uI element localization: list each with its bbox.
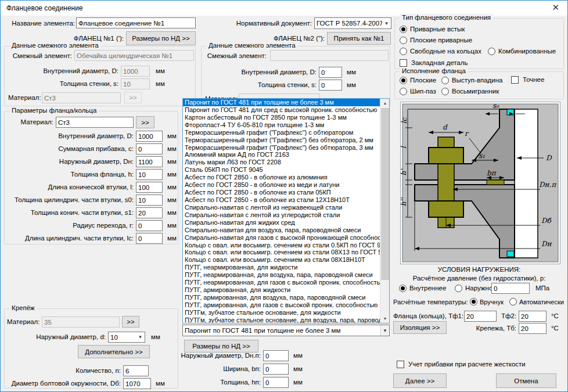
radio-temp-auto[interactable] xyxy=(509,298,517,305)
embedded-part-checkbox-label[interactable]: Закладная деталь xyxy=(411,59,468,66)
gasket-list-item[interactable]: Спирально-навитая с лентой из углеродист… xyxy=(183,211,380,219)
fp-row-input[interactable] xyxy=(136,169,163,180)
gasket-list-item[interactable]: Кольцо с овал. или восьмигр. сечением из… xyxy=(183,249,380,256)
embedded-part-checkbox[interactable] xyxy=(400,59,407,67)
radio-octagonal-label[interactable]: Восьмигранник xyxy=(452,88,499,95)
gasket-list-item[interactable]: ПУТГ, неармированная, для газов с высоко… xyxy=(183,279,380,286)
fastener-material-input[interactable] xyxy=(42,317,120,328)
precise-checkbox[interactable] xyxy=(511,76,519,84)
gasket-list-item[interactable]: Картон асбестовый по ГОСТ 2850 при толщи… xyxy=(183,114,380,121)
radio-combined-label[interactable]: Комбинированные xyxy=(498,48,556,55)
radio-octagonal[interactable] xyxy=(441,88,449,95)
gasket-list-item[interactable]: Асбест по ГОСТ 2850 - в оболочке из меди… xyxy=(183,181,380,189)
gasket-bp-input[interactable] xyxy=(263,364,289,375)
chevron-down-icon[interactable]: ▼ xyxy=(382,18,391,28)
gasket-hp-input[interactable] xyxy=(263,377,289,388)
fastener-count-input[interactable] xyxy=(123,365,149,376)
fp-row-input[interactable] xyxy=(136,182,163,193)
scroll-up-icon[interactable]: ▲ xyxy=(380,99,390,107)
radio-loose-on-rings-label[interactable]: Свободные на кольцах xyxy=(410,48,481,55)
gasket-list-item[interactable]: Спирально-навитая для воздуха, пара, пар… xyxy=(183,226,380,234)
gasket-list-item[interactable]: Паронит по ГОСТ 481 при толщине не более… xyxy=(183,99,380,106)
fastener-more-button[interactable]: Дополнительно >> xyxy=(78,345,150,358)
gasket-list-item[interactable]: Сталь 05КП по ГОСТ 9045 xyxy=(183,166,380,174)
cancel-button[interactable]: Отмена xyxy=(496,373,556,388)
radio-butt-welded[interactable] xyxy=(400,26,407,33)
gasket-dnp-input[interactable] xyxy=(263,350,289,361)
stiffness-checkbox-label[interactable]: Учет прибавки при расчете жесткости xyxy=(408,361,526,368)
gasket-list-item[interactable]: Латунь марки Л63 по ГОСТ 2208 xyxy=(183,159,380,166)
radio-flat-welded[interactable] xyxy=(400,37,407,44)
radio-pressure-external[interactable] xyxy=(455,285,462,292)
gasket-list-item[interactable]: Асбест по ГОСТ 2850 - в оболочке из алюм… xyxy=(183,174,380,181)
adjacent2-s-input[interactable] xyxy=(319,80,342,91)
pressure-input[interactable] xyxy=(491,283,530,294)
precise-checkbox-label[interactable]: Точнее xyxy=(523,76,544,83)
fp-row-input[interactable] xyxy=(136,220,163,231)
close-icon[interactable]: ✕ xyxy=(552,2,559,13)
radio-combined[interactable] xyxy=(488,48,495,55)
fp-row-input[interactable] xyxy=(136,195,163,206)
chevron-down-icon[interactable]: ▼ xyxy=(380,325,389,336)
gasket-list-item[interactable]: Кольцо с овал. или восьмигр. сечением из… xyxy=(183,242,380,249)
element-name-input[interactable] xyxy=(76,17,196,28)
fp-row-input[interactable] xyxy=(136,207,163,218)
fastener-bolt-circle-input[interactable] xyxy=(123,378,151,389)
flange2-copy-button[interactable]: Принять как №1 xyxy=(327,32,391,45)
normdoc-combobox[interactable]: ГОСТ Р 52857.4-2007 ▼ xyxy=(314,17,391,29)
gasket-list-item[interactable]: Спирально-навитая для жидких сред xyxy=(183,219,380,226)
scrollbar-thumb[interactable] xyxy=(381,108,389,280)
fastener-material-pick-button[interactable]: >> xyxy=(122,316,139,328)
flange1-nd-sizes-button[interactable]: Размеры по НД >> xyxy=(126,31,196,45)
gasket-list-item[interactable]: Спирально-навитая с лентой из нержавеюще… xyxy=(183,204,380,211)
stiffness-checkbox[interactable] xyxy=(397,361,404,368)
fp-row-input[interactable] xyxy=(136,143,163,154)
radio-raised-face[interactable] xyxy=(441,77,449,84)
fastener-diameter-combobox[interactable]: 10 ▼ xyxy=(108,332,145,343)
gasket-nd-sizes-button[interactable]: Размеры по НД >> xyxy=(184,340,258,353)
tf2-input[interactable] xyxy=(519,311,547,322)
radio-flat-welded-label[interactable]: Плоские приварные xyxy=(410,37,472,44)
chevron-down-icon[interactable]: ▼ xyxy=(136,332,145,342)
gasket-list-item[interactable]: Кольцо с овал. или восьмигр. сечением из… xyxy=(183,256,380,264)
gasket-list-item[interactable]: Терморасширенный графит ("Графлекс") без… xyxy=(183,144,380,152)
radio-pressure-internal-label[interactable]: Внутреннее xyxy=(409,285,446,292)
flange-material-pick-button[interactable]: >> xyxy=(136,116,154,128)
gasket-list-item[interactable]: ПУТГ, неармированная, для воздуха, пара,… xyxy=(183,271,380,279)
gasket-list-item[interactable]: Асбест по ГОСТ 2850 - в оболочке из стал… xyxy=(183,189,380,196)
radio-tongue-groove[interactable] xyxy=(400,88,407,95)
radio-temp-manual-label[interactable]: Вручнук xyxy=(480,299,504,305)
gasket-list-item[interactable]: ПУТГ, армированная, для воздуха, пара, п… xyxy=(183,294,380,301)
gasket-list-item[interactable]: ПУТГ, армированная, для жидкости xyxy=(183,286,380,294)
radio-flat-face[interactable] xyxy=(400,77,407,84)
radio-butt-welded-label[interactable]: Приварные встык xyxy=(410,26,465,33)
flange-material-input[interactable] xyxy=(56,117,134,128)
radio-temp-auto-label[interactable]: Автоматически xyxy=(519,299,564,305)
insulation-button[interactable]: Изоляция >> xyxy=(393,321,447,334)
fp-row-input[interactable] xyxy=(136,131,163,142)
next-button[interactable]: Далее >> xyxy=(393,373,447,388)
radio-tongue-groove-label[interactable]: Шип-паз xyxy=(410,88,436,95)
tb-input[interactable] xyxy=(519,323,547,334)
gasket-list-item[interactable]: Асбест по ГОСТ 2850 - в оболочке из стал… xyxy=(183,196,380,204)
radio-raised-face-label[interactable]: Выступ-впадина xyxy=(452,77,503,84)
gasket-combobox[interactable]: Паронит по ГОСТ 481 при толщине не более… xyxy=(182,325,390,336)
gasket-list-item[interactable]: Терморасширенный графит ("Графлекс") без… xyxy=(183,136,380,144)
gasket-list-item[interactable]: ПУТГм, зубчатое стальное основание, для … xyxy=(183,317,380,323)
fp-row-input[interactable] xyxy=(136,233,163,244)
gasket-list-scrollbar[interactable]: ▲ ▼ xyxy=(380,99,389,323)
scroll-down-icon[interactable]: ▼ xyxy=(380,314,390,323)
tf1-input[interactable] xyxy=(464,311,497,322)
gasket-list-item[interactable]: Терморасширенный графит ("Графлекс") с о… xyxy=(183,129,380,136)
adjacent2-d-input[interactable] xyxy=(319,67,342,78)
radio-temp-manual[interactable] xyxy=(470,298,477,305)
gasket-list-item[interactable]: Спирально-навитая для газов с высокой пр… xyxy=(183,234,380,242)
fp-row-input[interactable] xyxy=(136,156,163,167)
radio-flat-face-label[interactable]: Плоские xyxy=(410,77,436,84)
gasket-list-item[interactable]: Алюминий марки АД по ГОСТ 2163 xyxy=(183,151,380,159)
gasket-list-item[interactable]: ПУТГ, армированная, для газов с высокой … xyxy=(183,301,380,309)
gasket-list-item[interactable]: Фторопласт-4 ТУ 6-05-810 при толщине 1-3… xyxy=(183,121,380,129)
gasket-list-item[interactable]: ПУТГм, зубчатое стальное основание, для … xyxy=(183,309,380,317)
radio-pressure-internal[interactable] xyxy=(399,285,407,292)
gasket-list-item[interactable]: Паронит по ГОСТ 481 для сред с высокой п… xyxy=(183,106,380,114)
